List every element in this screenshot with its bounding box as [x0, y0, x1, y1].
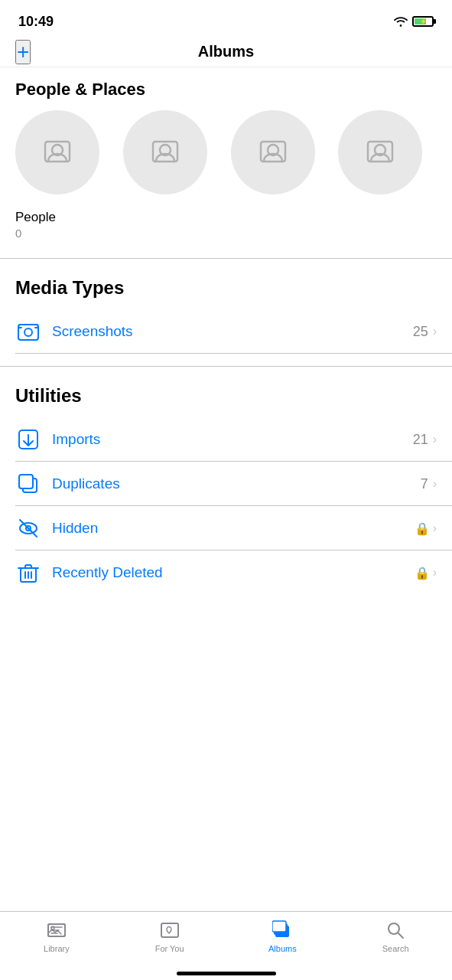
status-icons: ⚡	[394, 16, 434, 27]
library-icon	[46, 920, 67, 941]
hidden-item[interactable]: Hidden 🔒 ›	[0, 506, 452, 550]
person-icon-1	[39, 134, 76, 171]
recently-deleted-lock-icon: 🔒	[415, 566, 430, 580]
tab-library[interactable]: Library	[0, 920, 113, 953]
divider-1	[0, 258, 452, 259]
tab-for-you-label: For You	[155, 944, 184, 953]
people-grid	[0, 107, 452, 207]
tab-library-label: Library	[44, 944, 70, 953]
people-label: People	[15, 210, 437, 225]
screenshots-count: 25	[413, 324, 428, 340]
recently-deleted-chevron: ›	[433, 566, 437, 580]
imports-count: 21	[413, 432, 428, 448]
scroll-content: People & Places	[0, 67, 452, 664]
utilities-heading: Utilities	[0, 379, 452, 417]
divider-2	[0, 366, 452, 367]
hidden-label: Hidden	[52, 520, 415, 537]
screenshot-icon	[15, 318, 41, 345]
recently-deleted-icon	[15, 560, 41, 586]
status-bar: 10:49 ⚡	[0, 0, 452, 38]
tab-albums-label: Albums	[268, 944, 297, 953]
albums-icon	[272, 920, 293, 941]
screenshots-item[interactable]: Screenshots 25 ›	[0, 309, 452, 354]
duplicates-count: 7	[421, 476, 428, 492]
duplicates-chevron: ›	[433, 477, 437, 491]
svg-rect-27	[272, 921, 286, 932]
duplicates-label: Duplicates	[52, 475, 421, 492]
recently-deleted-item[interactable]: Recently Deleted 🔒 ›	[0, 550, 452, 595]
status-time: 10:49	[18, 14, 54, 30]
people-label-group: People 0	[0, 207, 452, 246]
duplicates-icon	[15, 471, 41, 497]
person-circle-1[interactable]	[15, 110, 99, 194]
person-circle-4[interactable]	[338, 110, 422, 194]
recently-deleted-label: Recently Deleted	[52, 564, 415, 581]
imports-chevron: ›	[433, 433, 437, 446]
imports-item[interactable]: Imports 21 ›	[0, 417, 452, 462]
person-icon-3	[255, 134, 291, 171]
add-album-button[interactable]: +	[15, 40, 31, 64]
people-places-heading: People & Places	[0, 67, 452, 107]
duplicates-item[interactable]: Duplicates 7 ›	[0, 462, 452, 506]
home-indicator	[177, 972, 276, 975]
for-you-icon	[159, 920, 180, 941]
nav-bar: + Albums	[0, 38, 452, 67]
tab-albums[interactable]: Albums	[226, 920, 340, 953]
tab-for-you[interactable]: For You	[113, 920, 226, 953]
search-icon	[385, 920, 406, 941]
svg-rect-24	[161, 923, 178, 937]
svg-rect-12	[19, 475, 33, 488]
screenshots-label: Screenshots	[52, 323, 413, 340]
tab-search[interactable]: Search	[339, 920, 452, 953]
media-types-heading: Media Types	[0, 271, 452, 309]
person-circle-2[interactable]	[123, 110, 207, 194]
svg-point-28	[389, 923, 399, 934]
hidden-icon	[15, 515, 41, 541]
tab-search-label: Search	[382, 944, 409, 953]
people-count: 0	[15, 227, 437, 240]
wifi-icon	[394, 16, 408, 27]
person-icon-2	[147, 134, 184, 171]
screenshots-chevron: ›	[433, 325, 437, 338]
tab-bar: Library For You Albums	[0, 911, 452, 980]
hidden-lock-icon: 🔒	[415, 521, 430, 536]
svg-line-29	[398, 933, 403, 938]
imports-icon	[15, 426, 41, 452]
nav-title: Albums	[198, 43, 254, 60]
imports-label: Imports	[52, 431, 413, 448]
battery-icon: ⚡	[412, 16, 434, 27]
person-icon-4	[362, 134, 398, 171]
person-circle-3[interactable]	[231, 110, 315, 194]
hidden-chevron: ›	[433, 521, 437, 535]
svg-point-9	[24, 328, 32, 336]
